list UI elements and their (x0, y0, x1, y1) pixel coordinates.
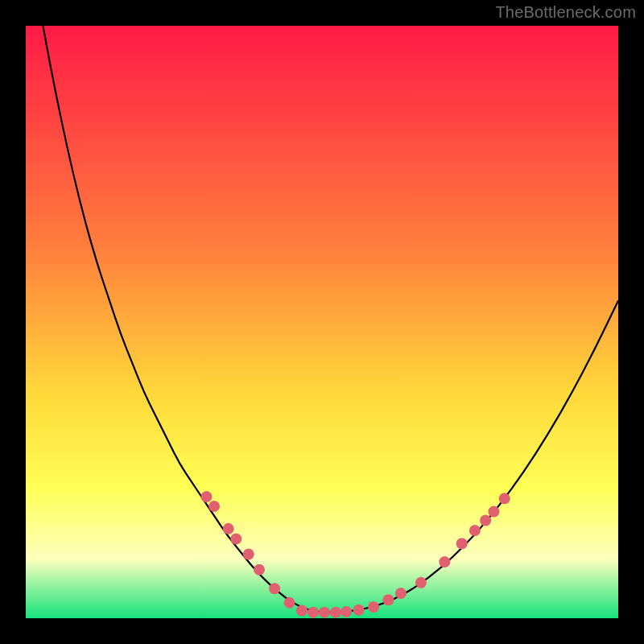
highlight-dot (469, 525, 481, 536)
highlight-dot (456, 538, 468, 549)
highlight-dot (308, 607, 319, 618)
highlight-dot (200, 491, 212, 502)
highlight-dot (341, 606, 352, 617)
highlight-dot (254, 564, 265, 576)
highlight-dot (480, 515, 491, 526)
highlight-dot (499, 493, 510, 504)
highlight-dot (284, 597, 295, 609)
highlight-dot (330, 607, 341, 618)
highlight-dot (368, 601, 379, 613)
plot-area (26, 26, 618, 618)
watermark-text: TheBottleneck.com (495, 3, 636, 22)
highlight-dot (208, 501, 220, 512)
highlight-dot (296, 605, 308, 616)
highlight-dot (488, 506, 499, 518)
highlight-dot (319, 607, 330, 618)
highlight-dot (382, 594, 394, 605)
highlight-dot (395, 588, 407, 599)
highlight-dot (353, 605, 365, 616)
highlight-dot (230, 533, 242, 544)
highlight-dot (243, 549, 254, 560)
chart-root: TheBottleneck.com (0, 0, 644, 644)
highlight-dot (223, 523, 234, 535)
chart-svg (0, 0, 644, 644)
highlight-dot (269, 583, 280, 594)
highlight-dot (415, 577, 427, 588)
highlight-dot (439, 556, 450, 568)
